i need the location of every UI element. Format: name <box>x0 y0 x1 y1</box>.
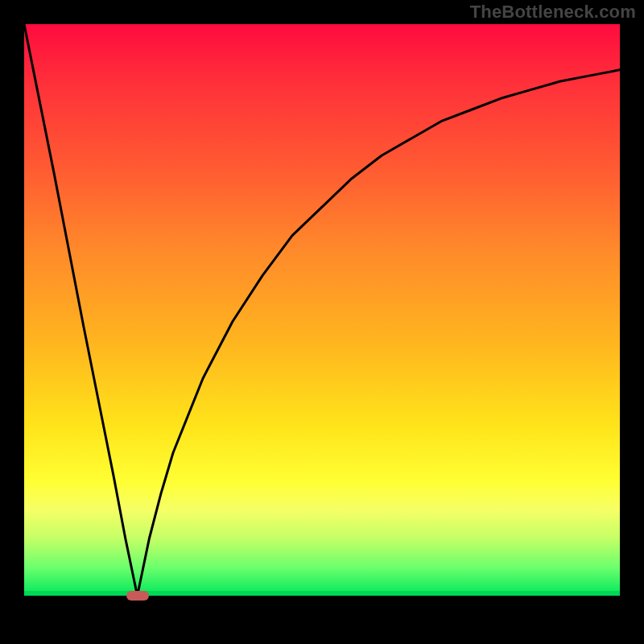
watermark-text: TheBottleneck.com <box>470 2 636 23</box>
optimal-marker <box>126 591 149 601</box>
chart-frame: TheBottleneck.com <box>0 0 644 644</box>
bottleneck-curve <box>24 24 620 596</box>
plot-area <box>24 24 620 596</box>
curve-svg <box>24 24 620 596</box>
